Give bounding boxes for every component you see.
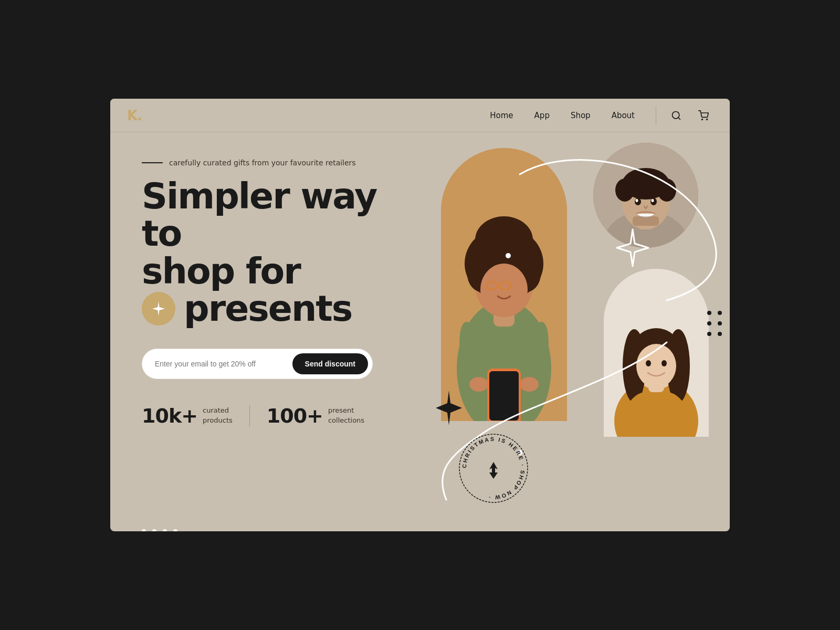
- hero-left: carefully curated gifts from your favour…: [142, 159, 415, 427]
- nav-links: Home App Shop About: [490, 106, 713, 125]
- bottom-dots-row-1: [142, 529, 177, 531]
- nav-icons: [656, 106, 713, 125]
- svg-point-2: [702, 119, 703, 120]
- logo-text: K.: [127, 108, 142, 123]
- stat-collections: 100+ present collections: [267, 404, 364, 427]
- dot-2: [718, 311, 722, 315]
- circular-badge[interactable]: CHRISTMAS IS HERE · SHOP NOW ·: [457, 432, 530, 505]
- bottom-dot-1: [142, 529, 146, 531]
- svg-point-28: [657, 178, 676, 202]
- stat-collections-label: present collections: [328, 406, 364, 425]
- svg-rect-33: [633, 216, 659, 226]
- stats: 10k+ curated products 100+ present colle…: [142, 404, 415, 427]
- subtitle-dash: [142, 162, 163, 163]
- circular-badge-svg: CHRISTMAS IS HERE · SHOP NOW ·: [457, 432, 530, 505]
- stat-divider: [249, 405, 250, 426]
- svg-point-3: [707, 119, 708, 120]
- svg-marker-52: [489, 472, 498, 479]
- search-icon: [671, 110, 681, 121]
- person-center: [441, 148, 567, 421]
- stat-collections-number: 100+: [267, 404, 323, 427]
- svg-point-30: [650, 198, 657, 205]
- black-star-decoration: [430, 390, 467, 426]
- star-outline-decoration: [612, 227, 654, 269]
- stat-products-number: 10k+: [142, 404, 197, 427]
- svg-point-32: [652, 199, 654, 202]
- svg-point-11: [475, 216, 533, 264]
- woman-bottom-right-svg: [604, 269, 709, 437]
- nav-home[interactable]: Home: [490, 111, 513, 120]
- bottom-dot-2: [152, 529, 156, 531]
- cart-icon: [698, 110, 709, 121]
- woman-with-phone-svg: [441, 148, 567, 421]
- hero-section: carefully curated gifts from your favour…: [110, 132, 730, 531]
- dot-5: [707, 332, 711, 336]
- headline-line3: presents: [142, 290, 415, 327]
- stat-products: 10k+ curated products: [142, 404, 233, 427]
- headline-line3-text: presents: [184, 290, 352, 327]
- nav-about[interactable]: About: [612, 111, 635, 120]
- subtitle-line: carefully curated gifts from your favour…: [142, 159, 415, 167]
- email-input[interactable]: [155, 360, 292, 368]
- svg-point-42: [646, 360, 651, 366]
- person-center-img: [441, 148, 567, 421]
- headline-line2: shop for: [142, 253, 415, 290]
- dots-grid: [707, 311, 722, 336]
- subtitle-text: carefully curated gifts from your favour…: [169, 159, 356, 167]
- search-button[interactable]: [667, 106, 686, 125]
- svg-point-29: [635, 198, 641, 205]
- cart-button[interactable]: [694, 106, 713, 125]
- send-discount-button[interactable]: Send discount: [292, 353, 368, 374]
- nav-shop[interactable]: Shop: [571, 111, 591, 120]
- logo[interactable]: K.: [127, 108, 142, 123]
- svg-point-31: [636, 199, 638, 202]
- dot-1: [707, 311, 711, 315]
- svg-point-27: [615, 178, 634, 202]
- images-area: CHRISTMAS IS HERE · SHOP NOW ·: [415, 132, 730, 531]
- headline: Simpler way to shop for presents: [142, 177, 415, 328]
- headline-line1: Simpler way to: [142, 177, 415, 253]
- star-badge: [142, 292, 175, 326]
- svg-line-1: [678, 117, 680, 119]
- navbar: K. Home App Shop About: [110, 99, 730, 132]
- email-form: Send discount: [142, 349, 373, 379]
- svg-point-43: [662, 360, 667, 366]
- dot-3: [707, 321, 711, 326]
- bottom-dot-3: [163, 529, 167, 531]
- stat-products-label: curated products: [203, 406, 233, 425]
- svg-point-41: [636, 344, 676, 388]
- browser-window: K. Home App Shop About: [110, 99, 730, 531]
- svg-point-19: [520, 377, 539, 392]
- dots-grid-right: [707, 311, 722, 336]
- star-badge-icon: [150, 300, 167, 317]
- dot-4: [718, 321, 722, 326]
- svg-point-18: [469, 377, 488, 392]
- person-bottom-right: [604, 269, 709, 437]
- dot-6: [718, 332, 722, 336]
- nav-app[interactable]: App: [534, 111, 550, 120]
- bottom-dot-4: [173, 529, 177, 531]
- bottom-dots-container: [142, 529, 177, 531]
- svg-rect-21: [489, 371, 519, 421]
